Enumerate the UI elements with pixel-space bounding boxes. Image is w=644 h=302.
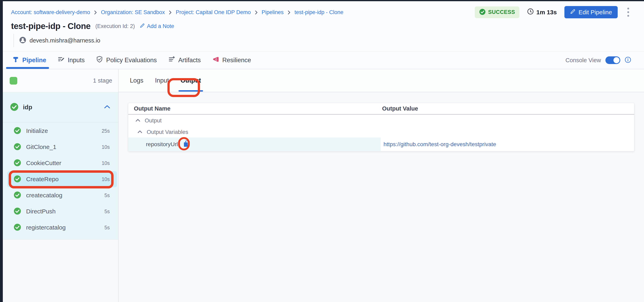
- output-name-cell: repositoryUrl: [128, 137, 381, 151]
- step-label: DirectPush: [26, 208, 56, 215]
- console-view-control: Console View: [566, 52, 631, 69]
- stage-summary-bar: 1 stage: [3, 69, 118, 92]
- pipeline-icon: [12, 56, 19, 65]
- success-check-icon: [14, 175, 21, 183]
- step-label: GitClone_1: [26, 143, 56, 150]
- tree-group-output[interactable]: Output: [128, 114, 634, 126]
- copy-icon[interactable]: [183, 139, 191, 149]
- tab-pipeline[interactable]: Pipeline: [12, 52, 46, 69]
- step-label: createcatalog: [26, 192, 62, 199]
- add-note-label: Add a Note: [147, 23, 174, 29]
- stage-tree-panel: idp Initialize 25s GitClone_1 10s Cookie…: [3, 92, 118, 240]
- execution-duration: 1m 13s: [527, 8, 557, 16]
- step-duration: 5s: [104, 209, 110, 214]
- stage-count: 1 stage: [93, 77, 112, 84]
- tree-group-label: Output Variables: [147, 129, 188, 135]
- tab-policy-evaluations-label: Policy Evaluations: [106, 57, 157, 64]
- header-actions: SUCCESS 1m 13s Edit Pipeline: [475, 6, 631, 18]
- success-check-icon: [14, 159, 21, 167]
- clock-icon: [527, 8, 534, 16]
- chevron-right-icon: [287, 10, 291, 15]
- tab-policy-evaluations[interactable]: Policy Evaluations: [96, 52, 157, 69]
- breadcrumb: Account: software-delivery-demo Organiza…: [11, 9, 343, 16]
- step-label: Initialize: [26, 127, 48, 134]
- step-item-directpush[interactable]: DirectPush 5s: [7, 203, 117, 219]
- info-icon[interactable]: [625, 57, 631, 64]
- status-badge: SUCCESS: [475, 7, 520, 18]
- step-detail-tabbar: Logs Input Output: [118, 69, 644, 92]
- user-avatar-icon: [19, 37, 26, 45]
- step-label: registercatalog: [26, 224, 66, 231]
- title-row: test-pipe-idp - Clone (Execution Id: 2) …: [11, 21, 174, 31]
- triggered-by: devesh.mishra@harness.io: [14, 34, 100, 47]
- tab-resilience-label: Resilience: [222, 57, 251, 64]
- collapsed-nav-edge: [0, 0, 3, 302]
- step-item-registercatalog[interactable]: registercatalog 5s: [7, 219, 117, 236]
- chevron-up-icon: [138, 130, 142, 134]
- step-item-createrepo[interactable]: CreateRepo 10s: [7, 171, 117, 187]
- output-value-link[interactable]: https://github.com/test-org-devesh/testp…: [384, 141, 496, 147]
- execution-tabbar: Pipeline Inputs Policy Evaluations Artif…: [3, 52, 644, 69]
- tab-inputs-label: Inputs: [68, 57, 84, 64]
- pencil-icon: [570, 9, 576, 16]
- edit-pipeline-label: Edit Pipeline: [578, 9, 612, 16]
- step-duration: 5s: [104, 225, 110, 231]
- breadcrumb-pipelines[interactable]: Pipelines: [262, 9, 284, 16]
- stage-status-swatch: [10, 77, 17, 85]
- shield-check-icon: [96, 56, 103, 65]
- column-output-name: Output Name: [134, 105, 170, 112]
- tab-resilience[interactable]: Resilience: [212, 52, 251, 69]
- active-tab-underline: [6, 67, 49, 69]
- artifacts-icon: [168, 56, 175, 65]
- tab-artifacts[interactable]: Artifacts: [168, 52, 201, 69]
- duration-value: 1m 13s: [536, 9, 557, 16]
- breadcrumb-organization[interactable]: Organization: SE Sandbox: [101, 9, 165, 16]
- tab-artifacts-label: Artifacts: [178, 57, 201, 64]
- chevron-up-icon[interactable]: [104, 104, 110, 110]
- user-email: devesh.mishra@harness.io: [30, 37, 100, 44]
- execution-id: (Execution Id: 2): [95, 23, 135, 29]
- tab-pipeline-label: Pipeline: [22, 57, 46, 64]
- step-duration: 10s: [102, 144, 110, 150]
- console-view-toggle[interactable]: [606, 56, 620, 64]
- chevron-up-icon: [136, 119, 140, 123]
- tab-output-label: Output: [180, 77, 201, 84]
- execution-tabs: Pipeline Inputs Policy Evaluations Artif…: [12, 52, 251, 69]
- edit-pipeline-button[interactable]: Edit Pipeline: [564, 6, 618, 18]
- tab-output[interactable]: Output: [180, 69, 201, 92]
- output-table-header: Output Name Output Value: [128, 103, 634, 114]
- tree-group-output-variables[interactable]: Output Variables: [128, 126, 634, 137]
- execution-header: Account: software-delivery-demo Organiza…: [3, 1, 644, 52]
- step-item-createcatalog[interactable]: createcatalog 5s: [7, 187, 117, 203]
- tab-input-label: Input: [155, 77, 169, 84]
- success-check-icon: [14, 127, 21, 135]
- output-variable-name: repositoryUrl: [146, 141, 178, 147]
- console-view-label: Console View: [566, 57, 601, 64]
- tab-input[interactable]: Input: [155, 69, 169, 92]
- page-title: test-pipe-idp - Clone: [11, 21, 90, 31]
- breadcrumb-execution[interactable]: test-pipe-idp - Clone: [294, 9, 343, 16]
- tab-logs[interactable]: Logs: [130, 69, 143, 92]
- chevron-right-icon: [254, 10, 258, 15]
- status-badge-label: SUCCESS: [488, 9, 515, 15]
- stage-item-idp[interactable]: idp: [3, 92, 118, 122]
- tab-logs-label: Logs: [130, 77, 143, 84]
- tree-group-label: Output: [145, 117, 162, 124]
- step-item-cookiecutter[interactable]: CookieCutter 10s: [7, 155, 117, 171]
- success-check-icon: [14, 207, 21, 216]
- success-check-icon: [10, 103, 18, 112]
- step-item-gitclone-1[interactable]: GitClone_1 10s: [7, 139, 117, 155]
- column-output-value: Output Value: [382, 105, 418, 112]
- breadcrumb-project[interactable]: Project: Capital One IDP Demo: [176, 9, 251, 16]
- table-row-repositoryurl: repositoryUrl https://github.com/test-or…: [128, 137, 634, 151]
- active-tab-underline: [178, 90, 203, 92]
- step-item-initialize[interactable]: Initialize 25s: [7, 123, 117, 139]
- more-options-menu[interactable]: [625, 7, 631, 18]
- success-check-icon: [479, 9, 486, 16]
- tab-inputs[interactable]: Inputs: [58, 52, 84, 69]
- step-label: CookieCutter: [26, 160, 61, 167]
- breadcrumb-account[interactable]: Account: software-delivery-demo: [11, 9, 90, 16]
- pencil-icon: [140, 23, 145, 30]
- add-note-link[interactable]: Add a Note: [140, 23, 174, 30]
- step-duration: 5s: [104, 193, 110, 198]
